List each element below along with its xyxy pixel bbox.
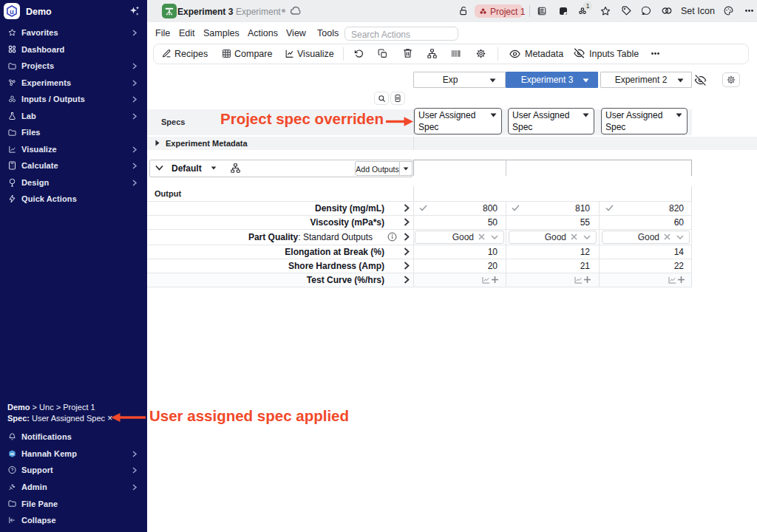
svg-text:u: u <box>10 7 14 16</box>
svg-text:HK: HK <box>10 451 15 455</box>
